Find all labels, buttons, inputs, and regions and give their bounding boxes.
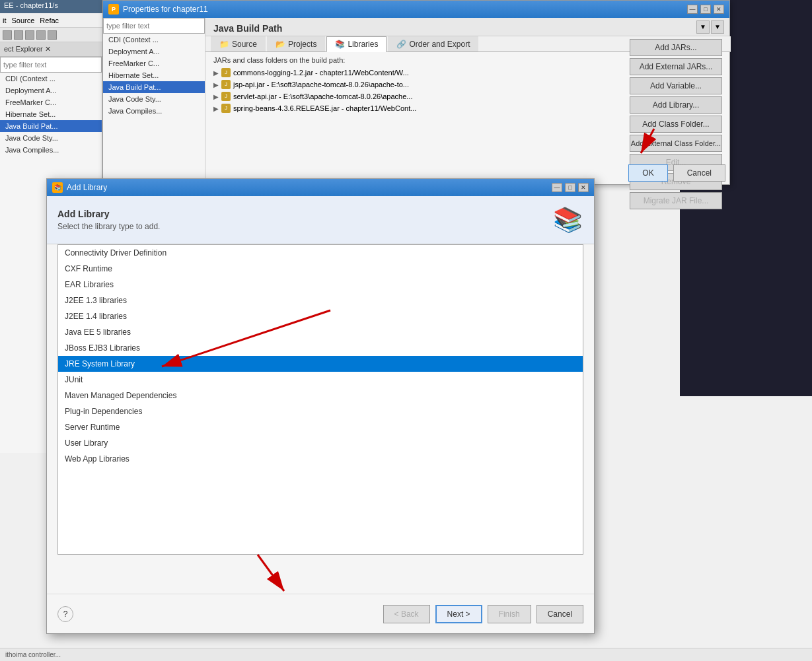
- menu-item-source[interactable]: Source: [12, 17, 35, 24]
- properties-window: P Properties for chapter11 — □ ✕ ⬅ ⬇ ⬅ ▼…: [102, 0, 730, 185]
- filter-item-freemarker[interactable]: FreeMarker C...: [0, 96, 102, 108]
- migrate-jar-button[interactable]: Migrate JAR File...: [630, 192, 722, 209]
- properties-filter-panel: CDI (Context ... Deployment A... FreeMar…: [103, 18, 205, 186]
- prop-filter-javacompiler[interactable]: Java Compiles...: [103, 105, 205, 117]
- jar-text-2: jsp-api.jar - E:\soft3\apache-tomcat-8.0…: [233, 81, 409, 88]
- library-item-cxf[interactable]: CXF Runtime: [58, 261, 583, 277]
- finish-button[interactable]: Finish: [488, 605, 531, 623]
- bottom-status-bar: ithoima controller...: [0, 648, 812, 661]
- source-tab-icon: 📁: [219, 40, 229, 49]
- orderexport-tab-icon: 🔗: [396, 40, 406, 49]
- properties-titlebar: P Properties for chapter11 — □ ✕: [103, 1, 729, 18]
- prop-filter-hibernate[interactable]: Hibernate Set...: [103, 69, 205, 81]
- build-path-title: Java Build Path: [205, 18, 731, 36]
- add-library-button[interactable]: Add Library...: [630, 96, 722, 114]
- jar-expand-icon: ▶: [213, 69, 219, 77]
- library-item-jre-system[interactable]: JRE System Library: [58, 356, 583, 372]
- dialog-action-buttons: < Back Next > Finish Cancel: [383, 605, 583, 623]
- jar-expand-icon-2: ▶: [213, 81, 219, 88]
- maximize-button[interactable]: □: [700, 5, 711, 14]
- toolbar-btn-3[interactable]: [25, 30, 34, 40]
- dialog-footer: ? < Back Next > Finish Cancel: [47, 594, 594, 633]
- jar-icon-4: J: [221, 104, 231, 113]
- jar-icon-2: J: [221, 80, 231, 89]
- filter-item-javacodestyle[interactable]: Java Code Sty...: [0, 132, 102, 144]
- filter-item-javabuildpath[interactable]: Java Build Pat...: [0, 120, 102, 132]
- toolbar-btn-1[interactable]: [3, 30, 12, 40]
- menu-item-refac[interactable]: Refac: [40, 17, 59, 24]
- package-explorer-label: ect Explorer ✕: [4, 45, 51, 53]
- cancel-button-properties[interactable]: Cancel: [673, 164, 725, 182]
- menu-item-edit[interactable]: it: [3, 17, 7, 24]
- minimize-button[interactable]: —: [687, 5, 698, 14]
- prop-filter-javabuildpath[interactable]: Java Build Pat...: [103, 81, 205, 93]
- add-external-class-folder-button[interactable]: Add External Class Folder...: [630, 135, 722, 152]
- prop-filter-javacodestyle[interactable]: Java Code Sty...: [103, 93, 205, 105]
- add-variable-button[interactable]: Add Variable...: [630, 77, 722, 94]
- orderexport-tab-label: Order and Export: [409, 40, 470, 49]
- prop-filter-deployment[interactable]: Deployment A...: [103, 46, 205, 57]
- add-library-dialog: 📚 Add Library — □ ✕ Add Library Select t…: [46, 178, 595, 634]
- filter-item-deployment[interactable]: Deployment A...: [0, 85, 102, 96]
- right-action-buttons: Add JARs... Add External JARs... Add Var…: [627, 36, 729, 212]
- next-button[interactable]: Next >: [435, 605, 482, 623]
- filter-item-cdi[interactable]: CDI (Context ...: [0, 73, 102, 85]
- jar-icon-3: J: [221, 92, 231, 101]
- cancel-button-dialog[interactable]: Cancel: [536, 605, 583, 623]
- properties-window-title: Properties for chapter11: [123, 5, 208, 14]
- filter-item-hibernate[interactable]: Hibernate Set...: [0, 108, 102, 120]
- prop-filter-cdi[interactable]: CDI (Context ...: [103, 34, 205, 46]
- back-button[interactable]: < Back: [383, 605, 430, 623]
- library-item-j2ee14[interactable]: J2EE 1.4 libraries: [58, 308, 583, 324]
- source-tab-label: Source: [232, 40, 257, 49]
- add-external-jars-button[interactable]: Add External JARs...: [630, 58, 722, 75]
- properties-filter-list: CDI (Context ... Deployment A... FreeMar…: [103, 34, 205, 186]
- dialog-header-area: Add Library Select the library type to a…: [47, 196, 594, 244]
- eclipse-toolbar: [0, 28, 102, 42]
- jar-text-3: servlet-api.jar - E:\soft3\apache-tomcat…: [233, 92, 412, 100]
- filter-input[interactable]: [0, 57, 102, 73]
- package-explorer-tab[interactable]: ect Explorer ✕: [0, 42, 102, 57]
- library-item-j2ee13[interactable]: J2EE 1.3 libraries: [58, 293, 583, 308]
- library-item-maven[interactable]: Maven Managed Dependencies: [58, 388, 583, 403]
- tab-source[interactable]: 📁 Source: [211, 36, 266, 52]
- library-item-javaee5[interactable]: Java EE 5 libraries: [58, 324, 583, 340]
- properties-title-left: P Properties for chapter11: [108, 4, 208, 15]
- dialog-window-controls: — □ ✕: [552, 183, 589, 192]
- dialog-title-left: 📚 Add Library: [52, 182, 107, 193]
- eclipse-title: EE - chapter11/s: [4, 1, 58, 9]
- dialog-close-button[interactable]: ✕: [578, 183, 589, 192]
- libraries-tab-icon: 📚: [335, 40, 345, 49]
- toolbar-btn-5[interactable]: [48, 30, 57, 40]
- close-button[interactable]: ✕: [714, 5, 724, 14]
- help-button[interactable]: ?: [57, 606, 73, 622]
- add-class-folder-button[interactable]: Add Class Folder...: [630, 116, 722, 133]
- add-jars-button[interactable]: Add JARs...: [630, 39, 722, 56]
- ok-button[interactable]: OK: [628, 164, 667, 182]
- prop-filter-freemarker[interactable]: FreeMarker C...: [103, 57, 205, 69]
- library-item-plugin[interactable]: Plug-in Dependencies: [58, 403, 583, 419]
- library-list[interactable]: Connectivity Driver Definition CXF Runti…: [57, 244, 583, 555]
- dialog-subheading: Select the library type to add.: [57, 219, 160, 231]
- toolbar-btn-4[interactable]: [36, 30, 46, 40]
- dialog-heading: Add Library: [57, 209, 160, 219]
- toolbar-btn-2[interactable]: [14, 30, 23, 40]
- library-item-junit[interactable]: JUnit: [58, 372, 583, 388]
- jar-icon-1: J: [221, 68, 231, 77]
- library-item-connectivity[interactable]: Connectivity Driver Definition: [58, 245, 583, 261]
- library-item-server[interactable]: Server Runtime: [58, 419, 583, 435]
- library-item-jboss[interactable]: JBoss EJB3 Libraries: [58, 340, 583, 356]
- properties-filter-input[interactable]: [103, 18, 205, 34]
- projects-tab-icon: 📂: [276, 40, 285, 49]
- tab-order-export[interactable]: 🔗 Order and Export: [388, 36, 478, 52]
- dialog-minimize-button[interactable]: —: [552, 183, 562, 192]
- dialog-maximize-button[interactable]: □: [565, 183, 575, 192]
- tab-projects[interactable]: 📂 Projects: [267, 36, 325, 52]
- tab-libraries[interactable]: 📚 Libraries: [326, 36, 387, 52]
- library-item-webapp[interactable]: Web App Libraries: [58, 451, 583, 467]
- library-item-user[interactable]: User Library: [58, 435, 583, 451]
- dialog-titlebar: 📚 Add Library — □ ✕: [47, 179, 594, 196]
- properties-window-icon: P: [108, 4, 119, 15]
- filter-item-javacompiler[interactable]: Java Compiles...: [0, 144, 102, 156]
- library-item-ear[interactable]: EAR Libraries: [58, 277, 583, 293]
